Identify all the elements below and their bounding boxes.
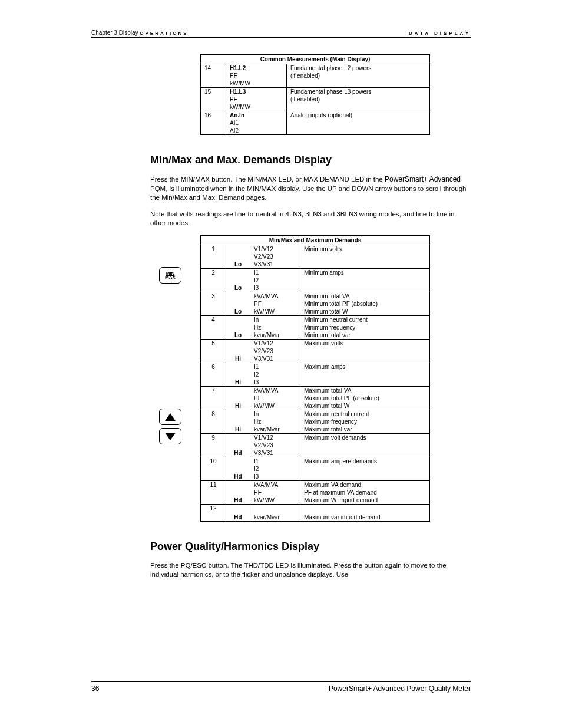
header-operations: OPERATIONS: [140, 31, 188, 36]
minmax-section-title: Min/Max and Max. Demands Display: [150, 154, 471, 166]
footer-title: PowerSmart+ Advanced Power Quality Meter: [329, 684, 471, 693]
up-button-icon: [159, 409, 181, 425]
table1-title: Common Measurements (Main Display): [201, 55, 430, 64]
pq-paragraph-1: Press the PQ/ESC button. The THD/TDD LED…: [150, 561, 471, 579]
minmax-demands-table: Min/Max and Maximum Demands 1V1/V12Minim…: [200, 235, 430, 522]
minmax-button-icon: MIN MAX: [159, 267, 181, 284]
header-chapter: Chapter 3 Display: [91, 29, 138, 36]
page-number: 36: [91, 684, 99, 693]
table2-title: Min/Max and Maximum Demands: [201, 235, 430, 245]
minmax-paragraph-2: Note that volts readings are line-to-neu…: [150, 210, 471, 228]
minmax-paragraph-1: Press the MIN/MAX button. The MIN/MAX LE…: [150, 174, 471, 203]
common-measurements-table: Common Measurements (Main Display) 14H1.…: [200, 54, 430, 135]
page-footer: 36 PowerSmart+ Advanced Power Quality Me…: [91, 681, 471, 693]
down-button-icon: [159, 428, 181, 444]
pq-section-title: Power Quality/Harmonics Display: [150, 541, 471, 553]
header-section: DATA DISPLAY: [409, 31, 471, 36]
page-header: Chapter 3 Display OPERATIONS DATA DISPLA…: [91, 29, 471, 38]
